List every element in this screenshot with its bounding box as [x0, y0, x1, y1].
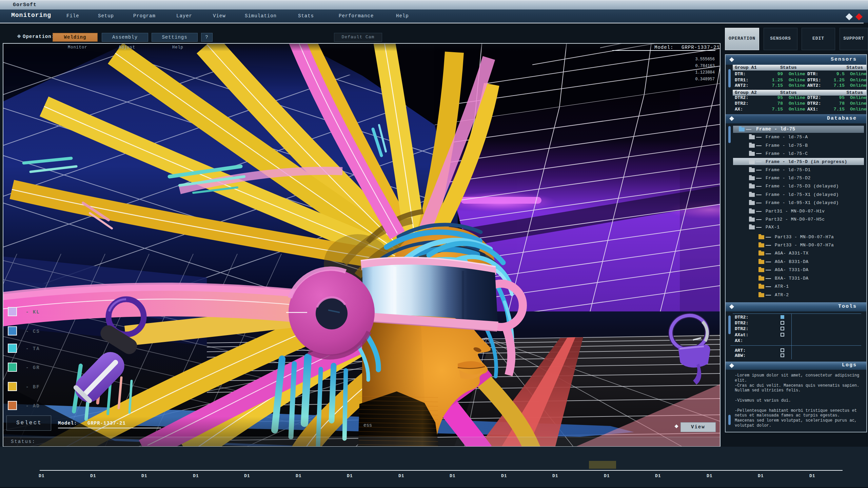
- svg-text:ess: ess: [363, 423, 372, 428]
